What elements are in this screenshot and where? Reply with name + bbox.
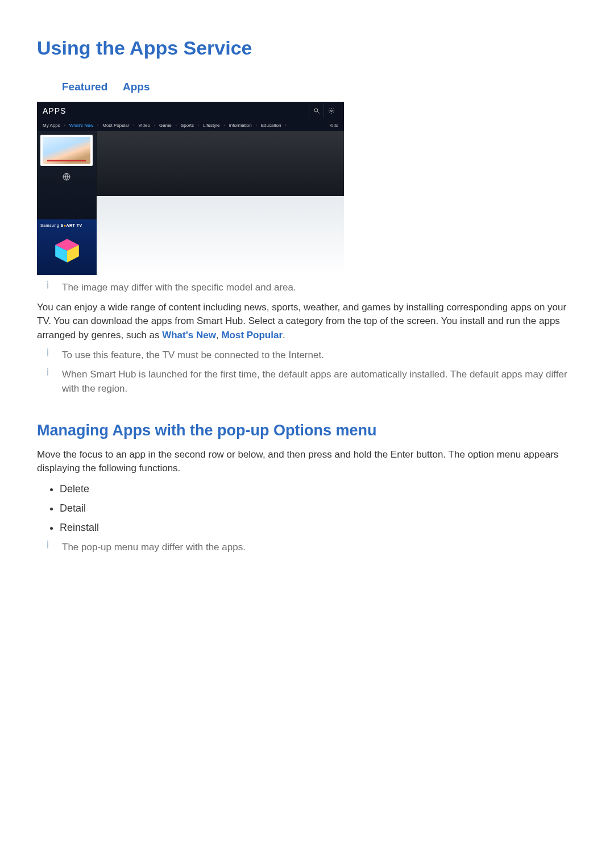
- apps-header-title: APPS: [43, 105, 309, 117]
- tab-video[interactable]: Video: [139, 122, 150, 129]
- note-text: The pop-up menu may differ with the apps…: [62, 541, 577, 555]
- pencil-icon: [43, 368, 53, 396]
- link-whats-new[interactable]: What's New: [162, 330, 216, 340]
- breadcrumb-featured[interactable]: Featured: [62, 81, 107, 93]
- list-item-detail: Detail: [60, 501, 577, 516]
- globe-icon[interactable]: [40, 168, 93, 185]
- intro-paragraph: You can enjoy a wide range of content in…: [37, 301, 577, 343]
- tab-most-popular[interactable]: Most Popular: [102, 122, 129, 129]
- options-list: Delete Detail Reinstall: [60, 481, 577, 535]
- pencil-icon: [43, 281, 53, 295]
- managing-paragraph: Move the focus to an app in the second r…: [37, 448, 577, 476]
- tab-game[interactable]: Game: [159, 122, 172, 129]
- apps-right-panel: [97, 131, 344, 275]
- note-text: When Smart Hub is launched for the first…: [62, 368, 577, 396]
- svg-point-0: [314, 109, 318, 112]
- note-text: To use this feature, the TV must be conn…: [62, 348, 577, 363]
- note-default-apps: When Smart Hub is launched for the first…: [43, 368, 577, 396]
- smart-tv-logo: Samsung S●ART TV: [40, 223, 93, 229]
- settings-icon[interactable]: [323, 103, 338, 118]
- svg-point-2: [330, 110, 332, 111]
- note-popup-differ: The pop-up menu may differ with the apps…: [43, 541, 577, 555]
- breadcrumb: Featured Apps: [62, 79, 577, 95]
- search-icon[interactable]: [309, 103, 323, 118]
- breadcrumb-apps[interactable]: Apps: [123, 81, 150, 93]
- page-title: Using the Apps Service: [37, 34, 577, 62]
- app-thumb-landscape[interactable]: [40, 135, 93, 166]
- cube-icon: [53, 236, 81, 265]
- smart-tv-promo[interactable]: Samsung S●ART TV: [37, 219, 97, 275]
- list-item-reinstall: Reinstall: [60, 520, 577, 535]
- tab-education[interactable]: Education: [261, 122, 281, 129]
- tab-kids[interactable]: Kids: [329, 122, 338, 129]
- tab-sports[interactable]: Sports: [181, 122, 194, 129]
- link-most-popular[interactable]: Most Popular: [221, 330, 283, 340]
- tab-lifestyle[interactable]: Lifestyle: [203, 122, 219, 129]
- tab-my-apps[interactable]: My Apps: [43, 122, 60, 129]
- note-image-differ: The image may differ with the specific m…: [43, 281, 577, 295]
- apps-header: APPS: [37, 102, 344, 120]
- pencil-icon: [43, 348, 53, 363]
- note-text: The image may differ with the specific m…: [62, 281, 577, 295]
- apps-category-tabs: My Apps • What's New • Most Popular • Vi…: [37, 120, 344, 131]
- apps-screenshot: APPS My Apps • What's New • Most Popular…: [37, 102, 344, 275]
- tab-whats-new[interactable]: What's New: [69, 122, 93, 129]
- apps-col-1: [37, 131, 97, 219]
- svg-line-1: [317, 111, 319, 113]
- section-heading-managing: Managing Apps with the pop-up Options me…: [37, 420, 577, 442]
- list-item-delete: Delete: [60, 481, 577, 496]
- pencil-icon: [43, 541, 53, 555]
- note-internet-required: To use this feature, the TV must be conn…: [43, 348, 577, 363]
- tab-information[interactable]: Information: [229, 122, 252, 129]
